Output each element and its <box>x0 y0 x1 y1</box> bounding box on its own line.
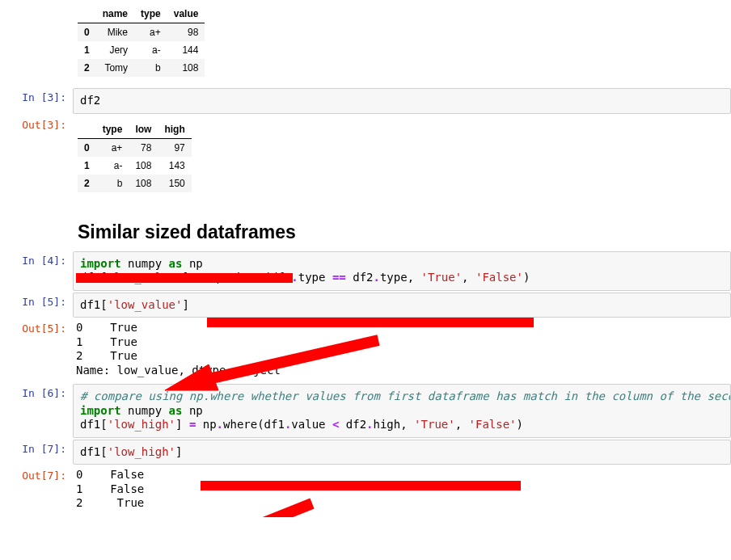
prompt-out3: Out[3]: <box>0 116 73 136</box>
table-row: 2 Tomy b 108 <box>78 59 205 77</box>
table-row: 0 Mike a+ 98 <box>78 23 205 42</box>
section-heading: Similar sized dataframes <box>78 221 726 243</box>
prompt-in6: In [6]: <box>0 384 73 404</box>
prompt-in7: In [7]: <box>0 440 73 460</box>
col-name: name <box>96 5 134 23</box>
table-row: 1 Jery a- 144 <box>78 41 205 59</box>
col-low: low <box>129 120 158 139</box>
cell-out3: Out[3]: type low high 0 a+ 78 97 <box>0 116 731 202</box>
cell-out-df1: name type value 0 Mike a+ 98 1 Jery a- <box>0 0 731 86</box>
table-row: 0 a+ 78 97 <box>78 138 192 157</box>
col-type: type <box>96 120 129 139</box>
cell-in4: In [4]: import numpy as np df1['low_valu… <box>0 251 731 291</box>
cell-in6: In [6]: # compare using np.where whether… <box>0 384 731 438</box>
cell-in5: In [5]: df1['low_value'] <box>0 293 731 318</box>
prompt-in3: In [3]: <box>0 88 73 108</box>
code-cell[interactable]: df1['low_value'] <box>73 293 731 318</box>
code-cell[interactable]: df2 <box>73 88 731 114</box>
prompt-out5: Out[5]: <box>0 319 73 339</box>
output-text: 0 True 1 True 2 True Name: low_value, dt… <box>73 319 731 382</box>
cell-heading: Similar sized dataframes <box>0 204 731 250</box>
table-row: 1 a- 108 143 <box>78 157 192 175</box>
code-cell[interactable]: df1['low_high'] <box>73 440 731 465</box>
col-high: high <box>158 120 191 139</box>
cell-in7: In [7]: df1['low_high'] <box>0 440 731 465</box>
col-index <box>78 120 96 139</box>
output-text: 0 False 1 False 2 True <box>73 466 731 516</box>
cell-in3: In [3]: df2 <box>0 88 731 114</box>
prompt-in4: In [4]: <box>0 251 73 272</box>
code-cell[interactable]: # compare using np.where whether values … <box>73 384 731 438</box>
cell-out7: Out[7]: 0 False 1 False 2 True <box>0 466 731 516</box>
code-cell[interactable]: import numpy as np df1['low_value'] = np… <box>73 251 731 291</box>
col-type: type <box>134 5 167 23</box>
prompt-out7: Out[7]: <box>0 466 73 486</box>
df1-table: name type value 0 Mike a+ 98 1 Jery a- <box>78 5 205 77</box>
df2-table: type low high 0 a+ 78 97 1 a- 108 <box>78 120 192 192</box>
notebook: name type value 0 Mike a+ 98 1 Jery a- <box>0 0 731 517</box>
col-index <box>78 5 96 23</box>
cell-out5: Out[5]: 0 True 1 True 2 True Name: low_v… <box>0 319 731 382</box>
col-value: value <box>167 5 205 23</box>
prompt-in5: In [5]: <box>0 293 73 313</box>
table-row: 2 b 108 150 <box>78 175 192 192</box>
